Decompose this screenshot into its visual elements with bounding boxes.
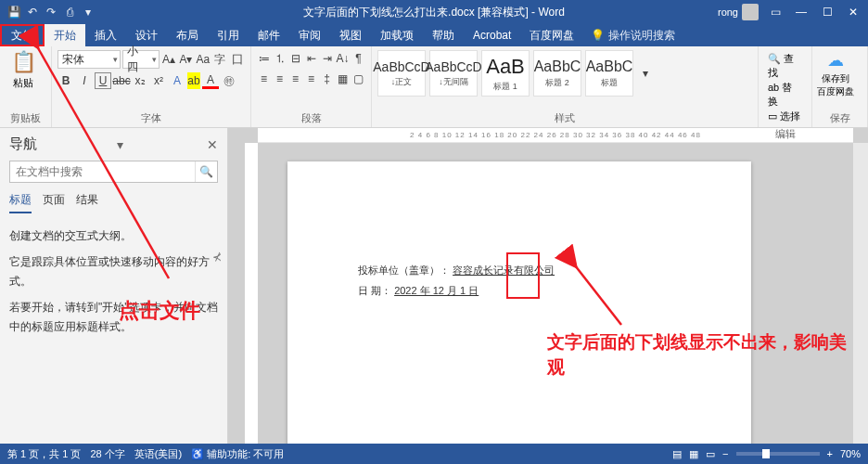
text-effects-icon[interactable]: A: [169, 72, 185, 89]
save-baidu-button[interactable]: ☁ 保存到 百度网盘: [818, 50, 853, 98]
grow-font-icon[interactable]: A▴: [161, 51, 176, 68]
sort-icon[interactable]: A↓: [336, 50, 350, 67]
highlight-icon[interactable]: ab: [187, 72, 200, 89]
zoom-out-icon[interactable]: −: [722, 448, 728, 459]
tab-home[interactable]: 开始: [45, 24, 85, 46]
shading-icon[interactable]: ▦: [336, 71, 350, 87]
tab-references[interactable]: 引用: [208, 24, 249, 46]
showmarks-icon[interactable]: ¶: [351, 50, 365, 67]
indent-inc-icon[interactable]: ⇥: [320, 50, 334, 67]
indent-dec-icon[interactable]: ⇤: [304, 50, 318, 67]
tell-me[interactable]: 💡 操作说明搜索: [591, 24, 675, 46]
tab-view[interactable]: 视图: [330, 24, 371, 46]
borders-icon[interactable]: ▢: [351, 71, 365, 87]
search-icon[interactable]: 🔍: [195, 161, 217, 182]
border-char-icon[interactable]: 囗: [230, 51, 245, 68]
status-access[interactable]: ♿ 辅助功能: 不可用: [191, 447, 284, 461]
bold-icon[interactable]: B: [57, 72, 74, 89]
pin-icon[interactable]: ⊀: [212, 251, 222, 264]
change-case-icon[interactable]: Aa: [196, 51, 211, 68]
editing-label: 编辑: [764, 125, 806, 141]
tab-mail[interactable]: 邮件: [249, 24, 289, 46]
username: rong: [718, 6, 738, 18]
font-color-icon[interactable]: A: [202, 72, 219, 89]
nav-tab-results[interactable]: 结果: [76, 192, 98, 213]
style-title[interactable]: AaBbC标题: [585, 50, 633, 97]
style-normal[interactable]: AaBbCcD↓正文: [377, 50, 426, 97]
tab-help[interactable]: 帮助: [423, 24, 464, 46]
nav-tab-pages[interactable]: 页面: [43, 192, 65, 213]
status-lang[interactable]: 英语(美国): [134, 447, 182, 461]
page[interactable]: 投标单位（盖章）： 容容成长记录有限公司 日 期： 2022 年 12 月 1 …: [287, 161, 751, 444]
italic-icon[interactable]: I: [76, 72, 93, 89]
align-right-icon[interactable]: ≡: [288, 71, 302, 87]
nav-body1: 创建文档的交互式大纲。: [9, 226, 218, 245]
find-button[interactable]: 🔍 查找: [768, 52, 802, 80]
user-account[interactable]: rong: [718, 4, 759, 20]
close-icon[interactable]: ✕: [844, 3, 862, 21]
annotation-2: 文字后面的下划线显示不出来，影响美观: [547, 330, 862, 380]
tab-acrobat[interactable]: Acrobat: [464, 24, 520, 46]
justify-icon[interactable]: ≡: [304, 71, 318, 87]
underline-icon[interactable]: U: [95, 72, 111, 89]
save-group: ☁ 保存到 百度网盘 保存: [812, 46, 868, 127]
qat-print-icon[interactable]: ⎙: [63, 6, 76, 19]
style-nospacing[interactable]: AaBbCcD↓无间隔: [429, 50, 478, 97]
tell-label: 操作说明搜索: [608, 28, 675, 44]
style-heading2[interactable]: AaBbC标题 2: [533, 50, 581, 97]
tab-insert[interactable]: 插入: [85, 24, 126, 46]
replace-button[interactable]: ab 替换: [768, 81, 802, 109]
tab-baidu[interactable]: 百度网盘: [520, 24, 583, 46]
status-page[interactable]: 第 1 页，共 1 页: [7, 447, 81, 461]
search-input[interactable]: [10, 161, 195, 182]
paste-button[interactable]: 📋 粘贴: [6, 50, 41, 90]
nav-search[interactable]: 🔍: [9, 161, 218, 183]
styles-more-icon[interactable]: ▾: [637, 65, 654, 82]
shrink-font-icon[interactable]: A▾: [178, 51, 193, 68]
paragraph-label: 段落: [257, 110, 365, 125]
bullets-icon[interactable]: ≔: [257, 50, 271, 67]
nav-dropdown-icon[interactable]: ▾: [117, 137, 123, 152]
doc-line2-value[interactable]: 2022 年 12 月 1 日: [394, 285, 479, 296]
maximize-icon[interactable]: ☐: [818, 3, 836, 21]
font-size-combo[interactable]: 小四: [122, 50, 160, 69]
tab-file[interactable]: 文件: [0, 24, 45, 46]
vertical-ruler[interactable]: [245, 143, 258, 444]
content-area: 导航 ▾ ✕ ⊀ 🔍 标题 页面 结果 创建文档的交互式大纲。 它是跟踪具体位置…: [0, 128, 868, 444]
view-read-icon[interactable]: ▤: [672, 448, 682, 460]
select-button[interactable]: ▭ 选择: [768, 110, 802, 123]
status-words[interactable]: 28 个字: [90, 447, 124, 461]
line-spacing-icon[interactable]: ‡: [320, 71, 334, 87]
numbering-icon[interactable]: ⒈: [273, 50, 287, 67]
minimize-icon[interactable]: ―: [792, 3, 811, 21]
align-left-icon[interactable]: ≡: [257, 71, 271, 87]
zoom-slider[interactable]: [736, 452, 820, 456]
qat-more-icon[interactable]: ▾: [82, 6, 95, 19]
ribbon-options-icon[interactable]: ▭: [766, 3, 785, 21]
nav-tab-headings[interactable]: 标题: [9, 192, 32, 213]
phonetic-icon[interactable]: 字: [212, 51, 227, 68]
styles-group: AaBbCcD↓正文 AaBbCcD↓无间隔 AaB标题 1 AaBbC标题 2…: [372, 46, 759, 127]
undo-icon[interactable]: ↶: [26, 6, 39, 19]
tab-review[interactable]: 审阅: [289, 24, 330, 46]
bulb-icon: 💡: [591, 29, 605, 42]
save-icon[interactable]: 💾: [7, 6, 20, 19]
font-name-combo[interactable]: 宋体: [57, 50, 121, 69]
view-print-icon[interactable]: ▦: [689, 448, 698, 460]
style-heading1[interactable]: AaB标题 1: [481, 50, 530, 97]
view-web-icon[interactable]: ▭: [706, 448, 715, 460]
nav-close-icon[interactable]: ✕: [207, 137, 218, 152]
redo-icon[interactable]: ↷: [45, 6, 57, 19]
enclose-char-icon[interactable]: ㊕: [221, 72, 237, 89]
vertical-scrollbar[interactable]: [853, 143, 868, 444]
superscript-icon[interactable]: x²: [150, 72, 167, 89]
zoom-in-icon[interactable]: +: [827, 448, 833, 459]
multilevel-icon[interactable]: ⊟: [288, 50, 302, 67]
zoom-value[interactable]: 70%: [840, 448, 861, 459]
highlight-box: [506, 252, 540, 299]
tab-layout[interactable]: 布局: [167, 24, 208, 46]
tab-addins[interactable]: 加载项: [371, 24, 423, 46]
styles-label: 样式: [377, 110, 752, 125]
paste-label: 粘贴: [13, 76, 33, 90]
align-center-icon[interactable]: ≡: [273, 71, 287, 87]
